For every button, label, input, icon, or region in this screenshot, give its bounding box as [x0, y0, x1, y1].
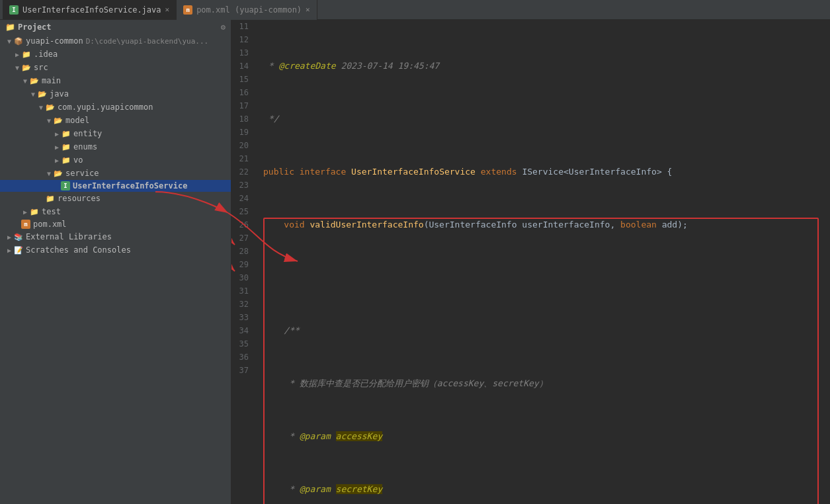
folder-icon-resources: 📁: [45, 193, 56, 204]
line-num-13: 13: [231, 46, 254, 60]
tree-path-yuapi: D:\code\yuapi-backend\yua...: [86, 37, 208, 46]
tree-label-yuapi-common: yuapi-common: [26, 36, 83, 46]
line-num-35: 35: [231, 337, 254, 351]
tab-close-2[interactable]: ✕: [306, 5, 310, 14]
tab-bar: I UserInterfaceInfoService.java ✕ m pom.…: [0, 0, 830, 20]
code-line-15: [263, 271, 830, 284]
folder-icon-test: 📁: [29, 206, 40, 217]
scratches-icon: 📝: [13, 245, 24, 255]
tab-label-1: UserInterfaceInfoService.java: [22, 5, 161, 15]
tree-label-extlibs: External Libraries: [26, 232, 112, 241]
line-num-25: 25: [231, 205, 254, 218]
tree-arrow-entity: ▶: [53, 130, 61, 138]
folder-icon-vo: 📁: [61, 155, 71, 165]
line-numbers: 11 12 13 14 15 16 17 18 19 20 21 22 23 2…: [231, 20, 259, 504]
tree-arrow-test: ▶: [21, 208, 29, 216]
project-icon: 📁: [5, 22, 15, 32]
tree-item-extlibs[interactable]: ▶ 📚 External Libraries: [0, 230, 231, 243]
tree-item-java[interactable]: ▼ 📂 java: [0, 87, 231, 101]
tree-label-scratches: Scratches and Consoles: [26, 245, 131, 255]
line-num-23: 23: [231, 179, 254, 192]
tree-label-enums: enums: [73, 142, 97, 151]
tree-item-service[interactable]: ▼ 📂 service: [0, 167, 231, 180]
line-num-28: 28: [231, 245, 254, 258]
tree-item-model[interactable]: ▼ 📂 model: [0, 114, 231, 127]
interface-icon-uiis: I: [61, 181, 70, 190]
module-icon: 📦: [13, 36, 24, 46]
sidebar: 📁 Project ⚙ ▼ 📦 yuapi-common D:\code\yua…: [0, 20, 231, 504]
tab-close-1[interactable]: ✕: [165, 5, 170, 14]
line-num-30: 30: [231, 271, 254, 284]
tree-arrow-com: ▼: [37, 103, 45, 111]
tree-item-vo[interactable]: ▶ 📁 vo: [0, 153, 231, 167]
line-num-11: 11: [231, 20, 254, 33]
tree-label-com: com.yupi.yuapicommon: [58, 103, 153, 112]
tree-arrow-resources: [37, 194, 45, 202]
tree-arrow-extlibs: ▶: [5, 233, 13, 241]
tree-arrow-main: ▼: [21, 77, 29, 85]
tree-arrow-enums: ▶: [53, 143, 61, 151]
tree-arrow-src: ▼: [13, 63, 21, 71]
sidebar-header: 📁 Project ⚙: [0, 20, 231, 34]
tree-item-test[interactable]: ▶ 📁 test: [0, 205, 231, 218]
folder-icon-model: 📂: [53, 115, 63, 126]
code-line-19: * @param secretKey: [263, 483, 830, 496]
tree-item-idea[interactable]: ▶ 📁 .idea: [0, 48, 231, 61]
tab-pom[interactable]: m pom.xml (yuapi-common) ✕: [177, 0, 317, 20]
tab-icon-m: m: [183, 5, 192, 15]
tree-item-main[interactable]: ▼ 📂 main: [0, 74, 231, 87]
line-num-21: 21: [231, 152, 254, 165]
tree-item-yuapi-common[interactable]: ▼ 📦 yuapi-common D:\code\yuapi-backend\y…: [0, 34, 231, 48]
tree-label-entity: entity: [73, 129, 102, 138]
tree-label-idea: .idea: [34, 50, 58, 59]
tree-label-service: service: [65, 169, 99, 178]
tree-label-resources: resources: [58, 194, 101, 203]
tab-icon-interface: I: [9, 5, 19, 15]
tab-userinterface[interactable]: I UserInterfaceInfoService.java ✕: [3, 0, 177, 20]
line-num-15: 15: [231, 73, 254, 86]
sidebar-menu-icon[interactable]: ⚙: [221, 22, 226, 32]
code-line-17: * 数据库中查是否已分配给用户密钥（accessKey、secretKey）: [263, 377, 830, 390]
tree-item-uiis[interactable]: I UserInterfaceInfoService: [0, 180, 231, 192]
line-num-37: 37: [231, 364, 254, 377]
line-num-19: 19: [231, 126, 254, 139]
line-num-22: 22: [231, 165, 254, 179]
folder-icon-idea: 📁: [21, 49, 32, 60]
line-num-20: 20: [231, 139, 254, 152]
tree-item-src[interactable]: ▼ 📂 src: [0, 61, 231, 74]
tree-item-scratches[interactable]: ▶ 📝 Scratches and Consoles: [0, 243, 231, 257]
line-num-36: 36: [231, 351, 254, 364]
line-num-17: 17: [231, 99, 254, 112]
extlibs-icon: 📚: [13, 231, 24, 242]
tree-item-entity[interactable]: ▶ 📁 entity: [0, 127, 231, 140]
folder-icon-enums: 📁: [61, 142, 71, 152]
folder-icon-entity: 📁: [61, 128, 71, 139]
main-layout: 📁 Project ⚙ ▼ 📦 yuapi-common D:\code\yua…: [0, 20, 830, 504]
tree-arrow-service: ▼: [45, 169, 53, 177]
tree-item-pom[interactable]: m pom.xml: [0, 218, 231, 230]
tree-item-resources[interactable]: 📁 resources: [0, 192, 231, 205]
line-num-12: 12: [231, 33, 254, 46]
tree-item-enums[interactable]: ▶ 📁 enums: [0, 140, 231, 153]
folder-icon-src: 📂: [21, 62, 32, 73]
line-num-18: 18: [231, 112, 254, 126]
line-num-31: 31: [231, 284, 254, 298]
tree-label-test: test: [42, 207, 61, 216]
folder-icon-service: 📂: [53, 168, 63, 179]
line-num-26: 26: [231, 218, 254, 231]
tree-arrow-yuapi: ▼: [5, 37, 13, 45]
line-num-16: 16: [231, 86, 254, 99]
tree-arrow-model: ▼: [45, 116, 53, 124]
code-line-13: public interface UserInterfaceInfoServic…: [263, 165, 830, 179]
tree-arrow-uiis: [53, 182, 61, 190]
tab-label-2: pom.xml (yuapi-common): [196, 5, 302, 15]
code-editor[interactable]: 11 12 13 14 15 16 17 18 19 20 21 22 23 2…: [231, 20, 830, 504]
tree-label-main: main: [42, 76, 61, 85]
code-line-12: */: [263, 112, 830, 126]
tree-item-com[interactable]: ▼ 📂 com.yupi.yuapicommon: [0, 101, 231, 114]
tree-arrow-vo: ▶: [53, 156, 61, 164]
folder-icon-java: 📂: [37, 89, 48, 99]
line-num-32: 32: [231, 298, 254, 311]
line-num-24: 24: [231, 192, 254, 205]
tree-label-vo: vo: [73, 155, 83, 165]
